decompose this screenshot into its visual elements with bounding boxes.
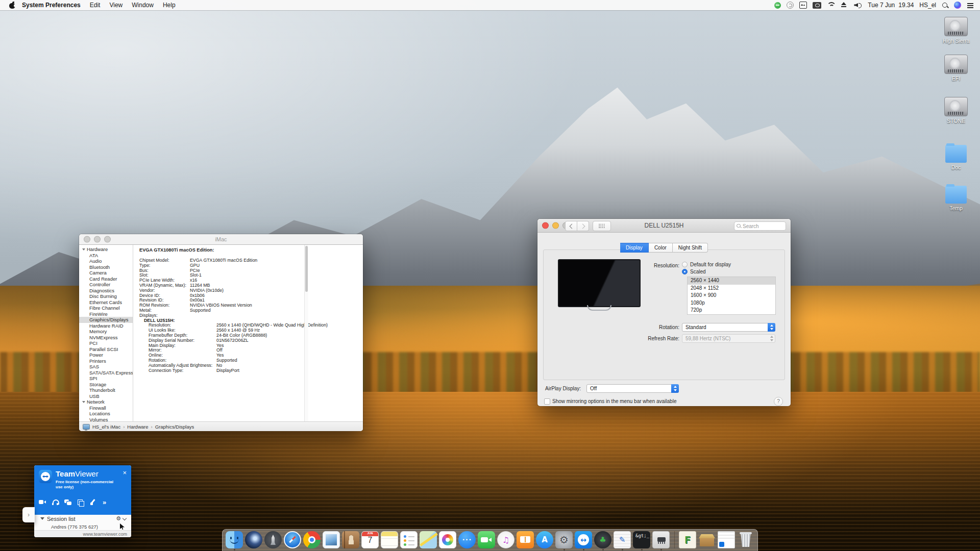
close-button[interactable] xyxy=(542,222,549,229)
more-icon[interactable]: » xyxy=(103,499,110,506)
tab[interactable]: Night Shift xyxy=(673,243,708,253)
app-menu-title[interactable]: System Preferences xyxy=(22,2,81,9)
teamviewer-inactive-icon[interactable] xyxy=(787,2,794,9)
zoom-button[interactable] xyxy=(104,236,111,243)
scaled-resolution-radio[interactable] xyxy=(682,269,688,274)
menu-item[interactable]: View xyxy=(109,2,122,9)
reminders-icon[interactable] xyxy=(400,530,418,550)
screenshot-file-icon[interactable] xyxy=(718,530,735,550)
resolution-option[interactable]: 1600 × 900 xyxy=(688,292,775,299)
show-all-button[interactable] xyxy=(593,221,611,231)
back-button[interactable] xyxy=(565,221,577,231)
safari-icon[interactable] xyxy=(284,530,301,550)
launchpad-icon[interactable] xyxy=(264,530,282,550)
sidebar-item[interactable]: Ethernet Cards xyxy=(79,299,133,306)
mirroring-label[interactable]: Show mirroring options in the menu bar w… xyxy=(552,398,676,404)
apple-menu[interactable] xyxy=(9,2,16,9)
spotlight-icon[interactable] xyxy=(942,2,948,9)
sidebar-item[interactable]: Locations xyxy=(79,411,133,417)
itunes-icon[interactable]: ♫ xyxy=(497,530,514,550)
messages-icon[interactable]: ••• xyxy=(458,530,476,550)
desktop-icon[interactable]: Doc xyxy=(936,143,976,170)
sidebar-item[interactable]: Fibre Channel xyxy=(79,305,133,311)
sidebar-item[interactable]: Thunderbolt xyxy=(79,387,133,393)
sidebar-item[interactable]: Diagnostics xyxy=(79,288,133,294)
close-button[interactable] xyxy=(84,236,90,243)
facetime-icon[interactable] xyxy=(478,530,495,550)
default-resolution-radio[interactable] xyxy=(682,262,688,267)
wifi-icon[interactable] xyxy=(827,2,835,8)
dock-separator[interactable] xyxy=(672,530,677,550)
help-button[interactable]: ? xyxy=(774,397,783,406)
activity-widget-icon[interactable] xyxy=(799,2,807,9)
script-utility-icon[interactable]: ✎ xyxy=(614,530,631,550)
sidebar-item[interactable]: Storage xyxy=(79,382,133,388)
maps-icon[interactable] xyxy=(420,530,437,550)
minimize-button[interactable] xyxy=(94,236,101,243)
file-transfer-icon[interactable] xyxy=(77,499,85,506)
sidebar-item[interactable]: SPI xyxy=(79,375,133,382)
sidebar-item[interactable]: Volumes xyxy=(79,417,133,422)
system-preferences-icon[interactable]: ⚙ xyxy=(555,530,573,550)
desktop-icon[interactable]: EFI xyxy=(936,55,976,82)
finder-icon[interactable] xyxy=(226,530,243,550)
terminal-icon[interactable]: &gt;_ xyxy=(633,530,650,550)
clover-configurator-icon[interactable]: ♣ xyxy=(594,530,611,550)
sidebar-item[interactable]: Firewall xyxy=(79,405,133,411)
minimize-button[interactable] xyxy=(552,222,559,229)
breadcrumb-item[interactable]: HS_el's iMac xyxy=(92,424,127,430)
notification-center-icon[interactable] xyxy=(967,2,975,9)
default-resolution-label[interactable]: Default for display xyxy=(690,262,731,267)
sidebar-scrollbar[interactable] xyxy=(304,245,308,421)
eject-icon[interactable] xyxy=(840,2,848,9)
resolution-option[interactable]: 2048 × 1152 xyxy=(688,285,775,292)
tab[interactable]: Display xyxy=(620,243,649,253)
chat-icon[interactable] xyxy=(64,499,72,506)
sidebar-item[interactable]: Printers xyxy=(79,358,133,364)
sysinfo-titlebar[interactable]: iMac xyxy=(79,234,363,245)
notes-icon[interactable] xyxy=(381,530,398,550)
scaled-resolution-label[interactable]: Scaled xyxy=(690,269,706,274)
audio-call-icon[interactable] xyxy=(52,499,59,506)
sidebar-item[interactable]: Graphics/Displays xyxy=(79,317,133,323)
appstore-icon[interactable]: A xyxy=(536,530,553,550)
teamviewer-icon[interactable]: ↔ xyxy=(575,530,592,550)
sidebar-item[interactable]: Hardware RAID xyxy=(79,323,133,329)
sidebar-item[interactable]: Memory xyxy=(79,329,133,335)
sidebar-item[interactable]: Network xyxy=(79,399,133,405)
sidebar-item[interactable]: USB xyxy=(79,393,133,399)
website-link[interactable]: www.teamviewer.com xyxy=(83,532,127,537)
file-f-icon[interactable]: F xyxy=(679,530,696,550)
ioregistry-explorer-icon[interactable] xyxy=(652,530,670,550)
session-entry[interactable]: Andres (776 375 627) xyxy=(34,522,131,531)
desktop-icon[interactable]: High Sierra xyxy=(936,17,976,44)
sidebar-item[interactable]: Audio xyxy=(79,258,133,264)
sidebar-item[interactable]: SAS xyxy=(79,364,133,370)
mail-icon[interactable] xyxy=(323,530,340,550)
whiteboard-icon[interactable] xyxy=(90,499,97,506)
volume-icon[interactable] xyxy=(854,2,862,9)
sidebar-item[interactable]: Disc Burning xyxy=(79,293,133,299)
sidebar-item[interactable]: ATA xyxy=(79,253,133,259)
chrome-icon[interactable] xyxy=(303,530,321,550)
sidebar-item[interactable]: SATA/SATA Express xyxy=(79,370,133,376)
desktop-icon[interactable]: STONE xyxy=(936,97,976,124)
siri-icon[interactable] xyxy=(245,530,262,550)
siri-menu-icon[interactable] xyxy=(954,2,961,9)
display-titlebar[interactable]: DELL U2515H Search xyxy=(537,219,791,233)
sidebar-item[interactable]: Controller xyxy=(79,282,133,288)
video-call-icon[interactable] xyxy=(39,499,46,506)
sidebar-item[interactable]: Card Reader xyxy=(79,276,133,282)
sidebar-item[interactable]: FireWire xyxy=(79,311,133,317)
teamviewer-collapse-handle[interactable]: › xyxy=(22,507,35,522)
menu-item[interactable]: Help xyxy=(163,2,176,9)
search-field[interactable]: Search xyxy=(734,221,786,231)
calendar-icon[interactable]: JUN 7 xyxy=(361,530,379,550)
close-icon[interactable]: × xyxy=(122,469,127,476)
session-list-header[interactable]: Session list ⚙ xyxy=(34,515,131,522)
sidebar-item[interactable]: Bluetooth xyxy=(79,264,133,270)
resolution-option[interactable]: 2560 × 1440 xyxy=(688,277,775,285)
gear-icon[interactable]: ⚙ xyxy=(116,515,121,522)
user-menu[interactable]: HS_el xyxy=(919,2,936,9)
rotation-dropdown[interactable]: Standard xyxy=(682,323,775,332)
